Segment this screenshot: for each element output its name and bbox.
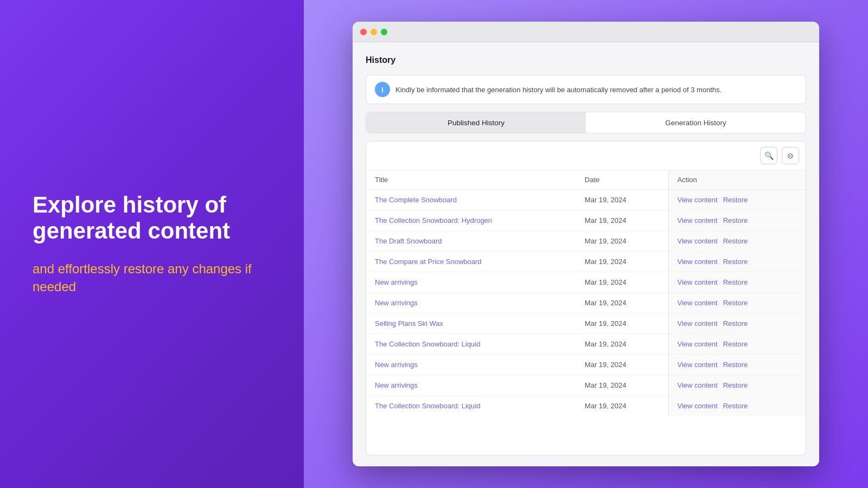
row-title[interactable]: New arrivings xyxy=(366,355,576,375)
search-button[interactable]: 🔍 xyxy=(760,147,777,164)
minimize-dot[interactable] xyxy=(371,29,377,35)
restore-link[interactable]: Restore xyxy=(723,216,748,224)
row-title[interactable]: New arrivings xyxy=(366,293,576,313)
row-date: Mar 19, 2024 xyxy=(576,231,668,252)
table-row: New arrivingsMar 19, 2024View contentRes… xyxy=(366,375,806,396)
row-action: View contentRestore xyxy=(668,334,806,355)
row-action: View contentRestore xyxy=(668,396,806,416)
restore-link[interactable]: Restore xyxy=(723,402,748,410)
search-icon: 🔍 xyxy=(764,151,774,160)
view-content-link[interactable]: View content xyxy=(678,402,718,410)
row-title[interactable]: New arrivings xyxy=(366,375,576,396)
filter-button[interactable]: ⊝ xyxy=(782,147,799,164)
view-content-link[interactable]: View content xyxy=(678,237,718,245)
table-container: 🔍 ⊝ Title Date Action xyxy=(366,141,806,455)
row-title[interactable]: The Collection Snowboard: Liquid xyxy=(366,334,576,355)
row-title[interactable]: The Collection Snowboard: Liquid xyxy=(366,396,576,416)
maximize-dot[interactable] xyxy=(381,29,387,35)
row-date: Mar 19, 2024 xyxy=(576,293,668,313)
table-row: The Compare at Price SnowboardMar 19, 20… xyxy=(366,252,806,272)
restore-link[interactable]: Restore xyxy=(723,299,748,307)
view-content-link[interactable]: View content xyxy=(678,278,718,286)
restore-link[interactable]: Restore xyxy=(723,319,748,328)
table-row: Selling Plans Ski WaxMar 19, 2024View co… xyxy=(366,313,806,334)
info-text: Kindly be informated that the generation… xyxy=(395,86,722,94)
row-action: View contentRestore xyxy=(668,272,806,293)
table-row: New arrivingsMar 19, 2024View contentRes… xyxy=(366,355,806,375)
table-row: The Collection Snowboard: HydrogenMar 19… xyxy=(366,210,806,231)
view-content-link[interactable]: View content xyxy=(678,299,718,307)
browser-window: History i Kindly be informated that the … xyxy=(353,22,819,466)
row-date: Mar 19, 2024 xyxy=(576,190,668,210)
view-content-link[interactable]: View content xyxy=(678,258,718,266)
table-scroll-area[interactable]: Title Date Action The Complete Snowboard… xyxy=(366,170,806,455)
restore-link[interactable]: Restore xyxy=(723,237,748,245)
table-row: The Complete SnowboardMar 19, 2024View c… xyxy=(366,190,806,210)
col-date: Date xyxy=(576,170,668,190)
table-row: New arrivingsMar 19, 2024View contentRes… xyxy=(366,272,806,293)
row-title[interactable]: The Complete Snowboard xyxy=(366,190,576,210)
filter-icon: ⊝ xyxy=(787,151,794,160)
close-dot[interactable] xyxy=(360,29,367,35)
restore-link[interactable]: Restore xyxy=(723,258,748,266)
row-date: Mar 19, 2024 xyxy=(576,252,668,272)
row-title[interactable]: New arrivings xyxy=(366,272,576,293)
title-bar xyxy=(353,22,819,42)
col-action: Action xyxy=(668,170,806,190)
row-action: View contentRestore xyxy=(668,252,806,272)
left-panel: Explore history of generated content and… xyxy=(0,0,304,488)
hero-subtitle: and effortlessly restore any changes if … xyxy=(33,260,271,296)
row-date: Mar 19, 2024 xyxy=(576,210,668,231)
content-area: History i Kindly be informated that the … xyxy=(353,42,819,466)
hero-title: Explore history of generated content xyxy=(33,192,271,245)
row-action: View contentRestore xyxy=(668,293,806,313)
table-row: The Draft SnowboardMar 19, 2024View cont… xyxy=(366,231,806,252)
table-toolbar: 🔍 ⊝ xyxy=(366,142,806,170)
table-row: The Collection Snowboard: LiquidMar 19, … xyxy=(366,396,806,416)
col-title: Title xyxy=(366,170,576,190)
view-content-link[interactable]: View content xyxy=(678,361,718,369)
restore-link[interactable]: Restore xyxy=(723,361,748,369)
tab-generation-history[interactable]: Generation History xyxy=(586,112,806,133)
row-action: View contentRestore xyxy=(668,190,806,210)
restore-link[interactable]: Restore xyxy=(723,381,748,389)
history-table: Title Date Action The Complete Snowboard… xyxy=(366,170,806,416)
row-title[interactable]: The Collection Snowboard: Hydrogen xyxy=(366,210,576,231)
row-date: Mar 19, 2024 xyxy=(576,375,668,396)
view-content-link[interactable]: View content xyxy=(678,381,718,389)
row-action: View contentRestore xyxy=(668,355,806,375)
row-action: View contentRestore xyxy=(668,375,806,396)
row-date: Mar 19, 2024 xyxy=(576,313,668,334)
restore-link[interactable]: Restore xyxy=(723,196,748,204)
row-action: View contentRestore xyxy=(668,210,806,231)
view-content-link[interactable]: View content xyxy=(678,340,718,348)
row-action: View contentRestore xyxy=(668,313,806,334)
info-banner: i Kindly be informated that the generati… xyxy=(366,75,806,104)
row-date: Mar 19, 2024 xyxy=(576,396,668,416)
tab-switcher: Published History Generation History xyxy=(366,112,806,133)
row-title[interactable]: The Draft Snowboard xyxy=(366,231,576,252)
row-title[interactable]: The Compare at Price Snowboard xyxy=(366,252,576,272)
view-content-link[interactable]: View content xyxy=(678,216,718,224)
info-icon: i xyxy=(375,82,390,97)
row-action: View contentRestore xyxy=(668,231,806,252)
restore-link[interactable]: Restore xyxy=(723,278,748,286)
row-title[interactable]: Selling Plans Ski Wax xyxy=(366,313,576,334)
right-panel: History i Kindly be informated that the … xyxy=(304,0,868,488)
table-row: The Collection Snowboard: LiquidMar 19, … xyxy=(366,334,806,355)
restore-link[interactable]: Restore xyxy=(723,340,748,348)
row-date: Mar 19, 2024 xyxy=(576,334,668,355)
view-content-link[interactable]: View content xyxy=(678,196,718,204)
row-date: Mar 19, 2024 xyxy=(576,355,668,375)
view-content-link[interactable]: View content xyxy=(678,319,718,328)
page-title: History xyxy=(366,53,806,67)
table-row: New arrivingsMar 19, 2024View contentRes… xyxy=(366,293,806,313)
tab-published-history[interactable]: Published History xyxy=(366,112,586,133)
row-date: Mar 19, 2024 xyxy=(576,272,668,293)
